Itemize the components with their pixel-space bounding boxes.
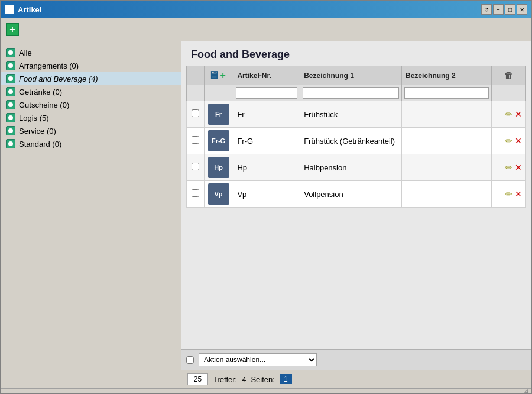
current-page[interactable]: 1: [280, 374, 292, 384]
row-actions-2: ✏✕: [492, 128, 526, 154]
row-bezeichnung2-3: [402, 154, 492, 181]
sidebar-label-arrangements: Arrangements (0): [19, 62, 79, 70]
title-bar-controls: ↺ − □ ✕: [481, 4, 527, 15]
header-actions: 🖥 +: [208, 69, 230, 82]
delete-button-4[interactable]: ✕: [515, 189, 522, 199]
row-check-cell: [187, 154, 205, 181]
filter-artikel-nr-input[interactable]: [236, 87, 297, 99]
hits-count: 4: [242, 375, 246, 384]
row-bezeichnung1-4: Vollpension: [300, 181, 402, 208]
row-bezeichnung1-2: Frühstück (Getränkeanteil): [300, 128, 402, 154]
filter-bez1-cell: [300, 85, 402, 101]
filter-check-cell: [187, 85, 205, 101]
sidebar-item-food-and-beverage[interactable]: Food and Beverage (4): [1, 72, 181, 85]
sidebar-label-standard: Standard (0): [19, 140, 61, 148]
filter-bezeichnung2-input[interactable]: [404, 87, 489, 99]
close-button[interactable]: ✕: [517, 4, 527, 15]
monitor-icon[interactable]: 🖥: [208, 69, 219, 82]
table-row: VpVpVollpension✏✕: [187, 181, 526, 208]
add-col-icon[interactable]: +: [220, 70, 226, 81]
row-bezeichnung1-1: Frühstück: [300, 101, 402, 128]
trash-icon[interactable]: 🗑: [504, 70, 513, 80]
row-artikel-nr-3: Hp: [233, 154, 300, 181]
col-header-bezeichnung2: Bezeichnung 2: [402, 66, 492, 85]
filter-bez2-cell: [402, 85, 492, 101]
add-artikel-button[interactable]: +: [6, 23, 19, 36]
toolbar: +: [1, 18, 531, 41]
table-container: 🖥 + Artikel-Nr. Bezeichnung 1 Bezeichnun…: [181, 66, 531, 349]
sidebar-item-gutscheine[interactable]: Gutscheine (0): [1, 98, 181, 111]
artikel-tbody: FrFrFrühstück✏✕Fr-GFr-GFrühstück (Geträn…: [187, 101, 526, 208]
filter-badge-cell: [204, 85, 233, 101]
edit-button-4[interactable]: ✏: [505, 189, 512, 199]
pages-label: Seiten:: [251, 375, 274, 384]
row-checkbox-3[interactable]: [192, 163, 199, 170]
badge-2: Fr-G: [208, 130, 229, 151]
row-checkbox-1[interactable]: [192, 109, 199, 117]
table-header-row: 🖥 + Artikel-Nr. Bezeichnung 1 Bezeichnun…: [187, 66, 526, 85]
row-badge-cell: Fr: [204, 101, 233, 128]
edit-button-1[interactable]: ✏: [505, 109, 512, 119]
edit-button-3[interactable]: ✏: [505, 163, 512, 172]
maximize-button[interactable]: □: [505, 4, 515, 15]
content-title: Food and Beverage: [181, 41, 531, 66]
sidebar: AlleArrangements (0)Food and Beverage (4…: [1, 41, 181, 388]
select-all-checkbox[interactable]: [186, 356, 194, 364]
minimize-button[interactable]: −: [493, 4, 504, 15]
action-icons-3: ✏✕: [495, 163, 522, 172]
row-check-cell: [187, 101, 205, 128]
sidebar-label-food-and-beverage: Food and Beverage (4): [19, 75, 98, 83]
filter-nr-cell: [233, 85, 300, 101]
window-icon: [5, 5, 14, 14]
row-bezeichnung1-3: Halbpension: [300, 154, 402, 181]
row-actions-4: ✏✕: [492, 181, 526, 208]
sidebar-label-service: Service (0): [19, 127, 56, 135]
row-check-cell: [187, 181, 205, 208]
page-size-input[interactable]: [187, 373, 208, 385]
sidebar-icon-gutscheine: [6, 100, 15, 109]
row-checkbox-2[interactable]: [192, 136, 199, 144]
action-icons-1: ✏✕: [495, 109, 522, 119]
col-header-badge: 🖥 +: [204, 66, 233, 85]
sidebar-label-alle: Alle: [19, 49, 32, 57]
row-checkbox-4[interactable]: [192, 189, 199, 197]
col-header-actions: 🗑: [492, 66, 526, 85]
sidebar-item-getraenke[interactable]: Getränke (0): [1, 85, 181, 98]
col-header-bezeichnung1: Bezeichnung 1: [300, 66, 402, 85]
row-badge-cell: Hp: [204, 154, 233, 181]
sidebar-item-service[interactable]: Service (0): [1, 124, 181, 137]
delete-button-2[interactable]: ✕: [515, 136, 522, 146]
filter-bezeichnung1-input[interactable]: [303, 87, 399, 99]
sidebar-icon-logis: [6, 113, 15, 122]
filter-actions-cell: [492, 85, 526, 101]
badge-3: Hp: [208, 157, 229, 178]
main-layout: AlleArrangements (0)Food and Beverage (4…: [1, 41, 531, 388]
sidebar-icon-getraenke: [6, 87, 15, 96]
row-badge-cell: Vp: [204, 181, 233, 208]
row-artikel-nr-4: Vp: [233, 181, 300, 208]
row-actions-1: ✏✕: [492, 101, 526, 128]
sidebar-item-alle[interactable]: Alle: [1, 46, 181, 59]
artikel-table: 🖥 + Artikel-Nr. Bezeichnung 1 Bezeichnun…: [186, 66, 526, 208]
sidebar-icon-food-and-beverage: [6, 74, 15, 83]
sidebar-icon-service: [6, 126, 15, 135]
refresh-button[interactable]: ↺: [481, 4, 492, 15]
content-area: Food and Beverage 🖥 + Artikel: [181, 41, 531, 388]
resize-handle[interactable]: ⊿: [1, 388, 531, 393]
sidebar-item-standard[interactable]: Standard (0): [1, 137, 181, 150]
delete-button-1[interactable]: ✕: [515, 109, 522, 119]
pagination-bar: Treffer: 4 Seiten: 1: [181, 370, 531, 388]
row-actions-3: ✏✕: [492, 154, 526, 181]
badge-1: Fr: [208, 104, 229, 125]
main-window: Artikel ↺ − □ ✕ + AlleArrangements (0)Fo…: [0, 0, 532, 394]
action-icons-2: ✏✕: [495, 136, 522, 146]
row-bezeichnung2-1: [402, 101, 492, 128]
table-row: HpHpHalbpension✏✕: [187, 154, 526, 181]
action-footer: Aktion auswählen...Löschen: [181, 349, 531, 370]
sidebar-item-logis[interactable]: Logis (5): [1, 111, 181, 124]
edit-button-2[interactable]: ✏: [505, 136, 512, 146]
action-select[interactable]: Aktion auswählen...Löschen: [199, 353, 317, 366]
sidebar-item-arrangements[interactable]: Arrangements (0): [1, 59, 181, 72]
table-row: FrFrFrühstück✏✕: [187, 101, 526, 128]
delete-button-3[interactable]: ✕: [515, 163, 522, 172]
